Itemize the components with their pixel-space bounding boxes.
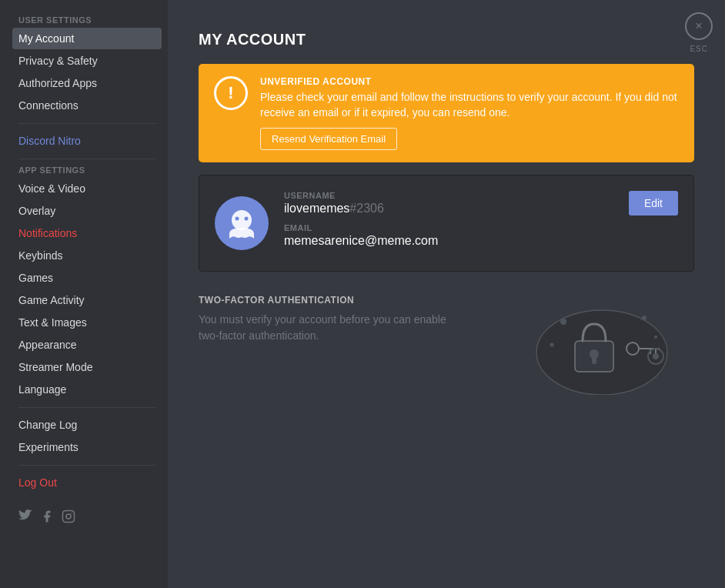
svg-point-4 bbox=[236, 217, 239, 221]
user-settings-label: USER SETTINGS bbox=[12, 15, 162, 25]
divider-1 bbox=[18, 123, 155, 124]
twofa-title: TWO-FACTOR AUTHENTICATION bbox=[199, 295, 486, 306]
sidebar-item-my-account[interactable]: My Account bbox=[12, 28, 162, 49]
divider-4 bbox=[18, 465, 155, 466]
twofa-section: TWO-FACTOR AUTHENTICATION You must verif… bbox=[199, 295, 694, 395]
sidebar-item-games[interactable]: Games bbox=[12, 267, 162, 289]
sidebar-item-change-log[interactable]: Change Log bbox=[12, 414, 162, 436]
svg-point-1 bbox=[66, 514, 71, 519]
edit-button[interactable]: Edit bbox=[629, 191, 678, 215]
sidebar-item-connections[interactable]: Connections bbox=[12, 95, 162, 116]
instagram-icon[interactable] bbox=[62, 509, 75, 523]
svg-point-2 bbox=[71, 513, 72, 514]
app-settings-label: APP SETTINGS bbox=[12, 165, 162, 175]
resend-verification-button[interactable]: Resend Verification Email bbox=[260, 128, 397, 150]
svg-point-5 bbox=[245, 217, 249, 221]
sidebar-item-overlay[interactable]: Overlay bbox=[12, 200, 162, 222]
svg-point-3 bbox=[232, 210, 252, 230]
sidebar-item-discord-nitro[interactable]: Discord Nitro bbox=[12, 130, 162, 152]
sidebar-item-game-activity[interactable]: Game Activity bbox=[12, 289, 162, 311]
warning-title: UNVERIFIED ACCOUNT bbox=[260, 76, 679, 87]
username-tag: #2306 bbox=[349, 202, 384, 215]
social-icons bbox=[12, 503, 162, 523]
close-button[interactable]: × bbox=[685, 12, 713, 40]
sidebar-item-keybinds[interactable]: Keybinds bbox=[12, 245, 162, 266]
svg-point-14 bbox=[560, 319, 566, 325]
twofa-illustration bbox=[510, 295, 694, 395]
username-value: ilovememes#2306 bbox=[284, 202, 613, 215]
esc-label: ESC bbox=[690, 45, 708, 53]
svg-point-19 bbox=[653, 353, 659, 359]
username-text: ilovememes bbox=[284, 202, 349, 215]
sidebar-item-appearance[interactable]: Appearance bbox=[12, 334, 162, 356]
divider-2 bbox=[18, 159, 155, 159]
sidebar-item-language[interactable]: Language bbox=[12, 379, 162, 400]
page-title: MY ACCOUNT bbox=[199, 31, 694, 48]
username-label: USERNAME bbox=[284, 191, 613, 200]
svg-point-17 bbox=[550, 343, 554, 347]
avatar bbox=[215, 196, 269, 250]
warning-content: UNVERIFIED ACCOUNT Please check your ema… bbox=[260, 76, 679, 150]
sidebar: USER SETTINGS My Account Privacy & Safet… bbox=[0, 0, 168, 588]
spacer bbox=[12, 494, 162, 500]
warning-icon: ! bbox=[214, 76, 248, 110]
exclamation-icon: ! bbox=[228, 85, 233, 102]
account-info: USERNAME ilovememes#2306 EMAIL memesaren… bbox=[284, 191, 613, 256]
facebook-icon[interactable] bbox=[40, 509, 54, 523]
sidebar-item-experiments[interactable]: Experiments bbox=[12, 436, 162, 458]
twitter-icon[interactable] bbox=[18, 509, 32, 523]
svg-rect-0 bbox=[63, 511, 75, 523]
warning-text: Please check your email and follow the i… bbox=[260, 90, 679, 120]
sidebar-item-notifications[interactable]: Notifications bbox=[12, 222, 162, 244]
main-content: × ESC MY ACCOUNT ! UNVERIFIED ACCOUNT Pl… bbox=[168, 0, 725, 588]
sidebar-item-voice-video[interactable]: Voice & Video bbox=[12, 178, 162, 199]
twofa-text: You must verify your account before you … bbox=[199, 312, 460, 344]
svg-point-16 bbox=[654, 336, 657, 339]
warning-banner: ! UNVERIFIED ACCOUNT Please check your e… bbox=[199, 64, 694, 162]
sidebar-item-text-images[interactable]: Text & Images bbox=[12, 312, 162, 333]
account-card: USERNAME ilovememes#2306 EMAIL memesaren… bbox=[199, 175, 694, 272]
avatar-icon bbox=[222, 203, 262, 243]
svg-point-15 bbox=[642, 316, 646, 320]
email-value: memesarenice@meme.com bbox=[284, 234, 613, 248]
sidebar-item-privacy-safety[interactable]: Privacy & Safety bbox=[12, 50, 162, 72]
sidebar-item-authorized-apps[interactable]: Authorized Apps bbox=[12, 72, 162, 94]
twofa-content: TWO-FACTOR AUTHENTICATION You must verif… bbox=[199, 295, 486, 344]
sidebar-item-log-out[interactable]: Log Out bbox=[12, 472, 162, 493]
email-label: EMAIL bbox=[284, 223, 613, 232]
sidebar-item-streamer-mode[interactable]: Streamer Mode bbox=[12, 356, 162, 378]
divider-3 bbox=[18, 407, 155, 408]
svg-rect-9 bbox=[592, 356, 596, 364]
